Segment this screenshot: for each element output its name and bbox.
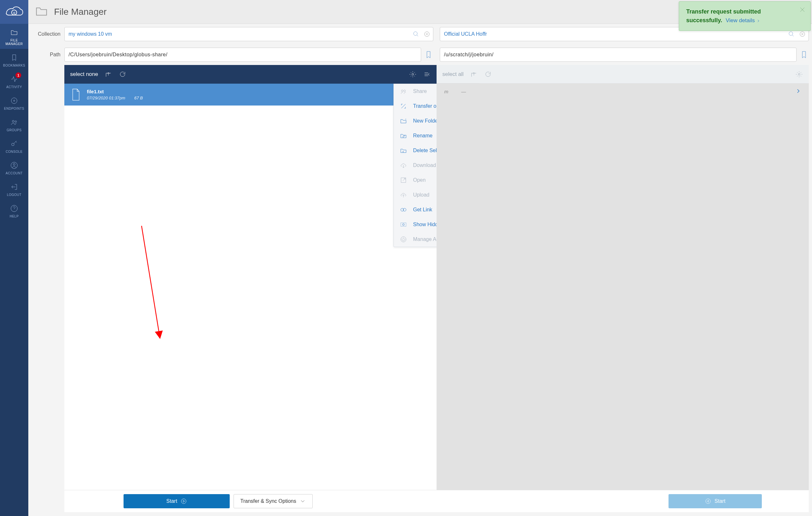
svg-point-26	[706, 499, 710, 504]
path-input-right[interactable]	[440, 48, 796, 62]
globus-logo: g	[0, 0, 28, 24]
sidebar-item-label: ACCOUNT	[1, 171, 27, 175]
sidebar-item-activity[interactable]: 1 ACTIVITY	[0, 70, 28, 92]
bookmark-left-icon[interactable]	[424, 48, 433, 62]
content: Collection	[28, 24, 812, 516]
link-icon	[399, 206, 408, 213]
file-date: 07/29/2020 01:37pm	[87, 95, 125, 101]
new-folder-icon	[399, 117, 408, 125]
svg-point-12	[789, 32, 793, 36]
transfer-icon	[399, 102, 408, 110]
select-toggle-right[interactable]: select all	[442, 71, 464, 78]
sidebar-item-file-manager[interactable]: FILE MANAGER	[0, 24, 28, 49]
close-icon[interactable]	[799, 6, 806, 16]
start-left-button[interactable]: Start	[123, 494, 230, 508]
toolbar-right: select all	[437, 65, 809, 84]
sidebar-item-label: BOOKMARKS	[1, 64, 27, 67]
panel-menu-icon[interactable]	[423, 70, 431, 78]
sidebar-item-label: FILE MANAGER	[1, 38, 27, 46]
file-row[interactable]: m —	[437, 84, 809, 99]
bookmark-right-icon[interactable]	[799, 48, 809, 62]
groups-icon	[1, 118, 27, 126]
file-date-fragment: m	[444, 89, 448, 94]
svg-point-25	[181, 499, 186, 504]
toast-success: Transfer request submitted successfully.…	[679, 1, 811, 31]
file-list-left: file1.txt 07/29/2020 01:37pm 67 B	[64, 84, 437, 490]
file-list-right: m —	[437, 84, 809, 490]
svg-point-3	[13, 100, 15, 101]
sidebar-item-label: GROUPS	[1, 128, 27, 132]
activity-icon	[1, 75, 27, 83]
svg-point-5	[15, 121, 17, 122]
svg-rect-22	[401, 223, 406, 227]
logout-icon	[1, 183, 27, 191]
sidebar-item-groups[interactable]: GROUPS	[0, 114, 28, 135]
sidebar-item-label: CONSOLE	[1, 150, 27, 153]
svg-point-9	[11, 205, 18, 212]
transfer-options-button[interactable]: Transfer & Sync Options	[234, 494, 313, 508]
collection-label: Collection	[28, 31, 60, 37]
activity-badge: 1	[16, 73, 21, 78]
left-sidebar: g FILE MANAGER BOOKMARKS 1 ACTIVITY ENDP…	[0, 0, 28, 516]
bookmark-icon	[1, 53, 27, 62]
svg-point-23	[403, 224, 404, 226]
toolbar-left: select none	[64, 65, 437, 84]
folder-icon	[1, 28, 27, 37]
svg-point-10	[414, 32, 417, 36]
help-icon	[1, 204, 27, 213]
select-toggle-left[interactable]: select none	[70, 71, 98, 78]
sidebar-item-console[interactable]: CONSOLE	[0, 135, 28, 157]
key-icon	[1, 140, 27, 148]
clear-icon[interactable]	[423, 30, 431, 38]
sidebar-item-logout[interactable]: LOGOUT	[0, 178, 28, 200]
search-icon[interactable]	[412, 30, 420, 38]
svg-point-8	[13, 164, 15, 165]
svg-point-14	[412, 73, 414, 75]
svg-point-18	[404, 90, 406, 92]
user-icon	[1, 161, 27, 170]
collection-input-left[interactable]	[64, 27, 433, 41]
main-area: File Manager Collection	[28, 0, 812, 516]
disc-icon	[1, 96, 27, 105]
folder-outline-icon	[35, 4, 48, 19]
up-folder-icon[interactable]	[470, 70, 478, 78]
download-icon	[399, 162, 408, 169]
gear-icon[interactable]	[795, 70, 803, 78]
sidebar-item-endpoints[interactable]: ENDPOINTS	[0, 92, 28, 114]
power-icon	[399, 235, 408, 243]
search-icon[interactable]	[787, 30, 795, 38]
file-size-dash: —	[461, 89, 466, 94]
path-row: Path	[28, 45, 812, 65]
gear-icon[interactable]	[409, 70, 416, 78]
svg-point-6	[11, 143, 14, 146]
svg-point-4	[12, 120, 14, 122]
annotation-arrow-icon	[140, 225, 166, 340]
refresh-icon[interactable]	[119, 70, 126, 78]
clear-icon[interactable]	[799, 30, 806, 38]
sidebar-item-help[interactable]: HELP	[0, 200, 28, 221]
sidebar-item-account[interactable]: ACCOUNT	[0, 157, 28, 178]
path-label: Path	[28, 52, 60, 58]
svg-point-2	[11, 98, 17, 104]
share-icon	[399, 87, 408, 95]
file-icon	[70, 87, 82, 102]
upload-icon	[399, 191, 408, 199]
start-right-button[interactable]: Start	[668, 494, 762, 508]
svg-line-16	[142, 226, 160, 336]
sidebar-item-label: HELP	[1, 214, 27, 218]
sidebar-item-bookmarks[interactable]: BOOKMARKS	[0, 49, 28, 70]
eye-icon	[399, 221, 408, 228]
chevron-right-icon[interactable]	[795, 88, 801, 95]
toast-view-details-link[interactable]: View details	[726, 18, 760, 24]
path-input-left[interactable]	[64, 48, 421, 62]
file-row[interactable]: file1.txt 07/29/2020 01:37pm 67 B	[64, 84, 437, 106]
refresh-icon[interactable]	[484, 70, 492, 78]
sidebar-item-label: LOGOUT	[1, 193, 27, 197]
file-name: file1.txt	[87, 89, 143, 94]
footer: Start Transfer & Sync Options Start	[64, 490, 809, 512]
sidebar-item-label: ACTIVITY	[1, 85, 27, 89]
rename-icon	[399, 132, 408, 140]
open-icon	[399, 176, 408, 184]
up-folder-icon[interactable]	[105, 70, 112, 78]
delete-icon	[399, 147, 408, 154]
